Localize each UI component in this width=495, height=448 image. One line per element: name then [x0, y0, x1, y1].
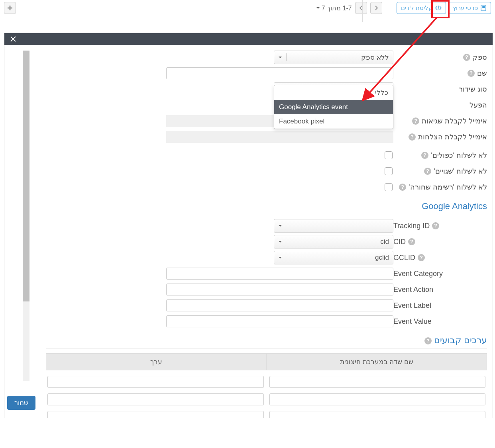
event-action-input[interactable] — [166, 284, 393, 295]
add-button[interactable] — [4, 2, 16, 14]
nav-prev-button[interactable] — [370, 2, 382, 14]
name-label: שם — [477, 69, 487, 78]
help-icon[interactable]: ? — [424, 337, 432, 344]
plus-icon — [7, 5, 13, 11]
pager-dropdown[interactable]: 1-7 מתוך 7 — [316, 4, 352, 12]
broadcast-type-label: סוג שידור — [459, 85, 487, 94]
help-icon[interactable]: ? — [468, 70, 475, 77]
caret-down-icon — [278, 240, 282, 244]
help-icon[interactable]: ? — [409, 133, 416, 141]
lead-intake-label: קליטת לידים — [401, 4, 433, 12]
svg-text:?: ? — [426, 338, 430, 344]
success-email-input[interactable] — [166, 131, 393, 143]
no-errors-checkbox[interactable] — [385, 167, 393, 175]
event-category-label: Event Category — [393, 270, 443, 278]
svg-rect-4 — [482, 7, 483, 8]
no-errors-label: לא לשלוח 'שגויים' — [434, 167, 487, 176]
event-value-input[interactable] — [166, 315, 393, 327]
modal-body: ספק ? ללא ספק שם ? — [4, 45, 493, 418]
code-icon — [435, 5, 442, 11]
gclid-select[interactable]: gclid — [274, 251, 393, 264]
svg-text:?: ? — [414, 118, 417, 124]
col-value-header: ערך — [46, 354, 266, 370]
event-value-label: Event Value — [393, 317, 432, 326]
field-name-input[interactable] — [269, 393, 486, 405]
modal-dialog: ספק ? ללא ספק שם ? — [4, 33, 493, 418]
help-icon[interactable]: ? — [432, 222, 439, 229]
close-button[interactable] — [8, 34, 18, 44]
table-row — [46, 376, 487, 388]
name-input[interactable] — [166, 67, 393, 79]
help-icon[interactable]: ? — [399, 184, 406, 191]
field-name-input[interactable] — [269, 376, 486, 388]
help-icon[interactable]: ? — [463, 54, 470, 61]
no-duplicates-checkbox[interactable] — [385, 151, 393, 159]
tracking-id-select[interactable] — [274, 219, 393, 233]
nav-next-button[interactable] — [355, 2, 367, 14]
help-icon[interactable]: ? — [408, 238, 415, 245]
tracking-id-label: Tracking ID — [393, 222, 430, 230]
svg-text:?: ? — [411, 134, 414, 140]
svg-text:?: ? — [426, 168, 429, 174]
supplier-select[interactable]: ללא ספק — [274, 51, 393, 64]
event-category-input[interactable] — [166, 268, 393, 280]
svg-text:?: ? — [420, 254, 423, 260]
gclid-label: GCLID — [393, 254, 415, 262]
help-icon[interactable]: ? — [418, 254, 425, 261]
event-label-input[interactable] — [166, 299, 393, 311]
ga-section-heading: Google Analytics — [36, 201, 487, 212]
fixed-values-heading-text: ערכים קבועים — [434, 335, 487, 345]
svg-rect-1 — [482, 6, 483, 7]
close-icon — [10, 35, 17, 43]
save-button[interactable]: שמור — [7, 396, 35, 410]
dropdown-item-general[interactable]: כללי — [274, 85, 393, 100]
event-action-label: Event Action — [393, 286, 433, 294]
error-email-label: אימייל לקבלת שגיאות — [422, 117, 487, 125]
pager-text: 1-7 מתוך 7 — [322, 4, 352, 12]
success-email-label: אימייל לקבלת הצלחות — [418, 133, 487, 141]
no-duplicates-label: לא לשלוח 'כפולים' — [431, 151, 487, 160]
supplier-label: ספק — [473, 53, 487, 62]
svg-rect-2 — [483, 6, 484, 7]
activate-label: הפעל — [469, 101, 487, 110]
field-name-input[interactable] — [269, 411, 486, 418]
svg-text:?: ? — [469, 70, 473, 76]
channel-details-button[interactable]: פרטי ערוץ — [448, 2, 491, 14]
no-blacklist-label: לא לשלוח 'רשימה שחורה' — [409, 183, 487, 192]
building-icon — [480, 5, 487, 11]
no-blacklist-checkbox[interactable] — [385, 183, 393, 191]
channel-details-label: פרטי ערוץ — [453, 4, 478, 12]
svg-text:?: ? — [434, 223, 437, 229]
help-icon[interactable]: ? — [412, 117, 419, 125]
modal-header — [4, 33, 493, 45]
fixed-values-table: שם שדה במערכת חיצונית ערך — [46, 353, 487, 418]
event-label-label: Event Label — [393, 301, 431, 310]
scrollbar-thumb[interactable] — [23, 51, 29, 301]
caret-down-icon — [278, 55, 282, 59]
toolbar-divider — [362, 0, 363, 22]
cid-select[interactable]: cid — [274, 235, 393, 248]
help-icon[interactable]: ? — [424, 168, 431, 175]
scrollbar-track[interactable] — [23, 51, 29, 381]
help-icon[interactable]: ? — [421, 152, 428, 159]
caret-down-icon — [278, 224, 282, 228]
dropdown-item-ga-event[interactable]: Google Analytics event — [274, 100, 393, 114]
svg-text:?: ? — [401, 184, 404, 190]
svg-text:?: ? — [423, 152, 426, 158]
fixed-values-heading: ערכים קבועים ? — [36, 335, 487, 346]
table-row — [46, 393, 487, 405]
svg-rect-3 — [484, 6, 485, 7]
col-field-header: שם שדה במערכת חיצונית — [266, 354, 487, 370]
field-value-input[interactable] — [47, 393, 264, 405]
section-divider — [46, 214, 487, 214]
field-value-input[interactable] — [47, 411, 264, 418]
svg-text:?: ? — [465, 54, 468, 60]
gclid-value: gclid — [375, 254, 389, 262]
caret-down-icon — [278, 256, 282, 260]
svg-text:?: ? — [410, 239, 413, 245]
field-value-input[interactable] — [47, 376, 264, 388]
supplier-value: ללא ספק — [361, 53, 389, 62]
lead-intake-button[interactable]: קליטת לידים — [397, 2, 446, 14]
broadcast-type-dropdown: כללי Google Analytics event Facebook pix… — [274, 85, 393, 129]
dropdown-item-fb-pixel[interactable]: Facebook pixel — [274, 114, 393, 129]
